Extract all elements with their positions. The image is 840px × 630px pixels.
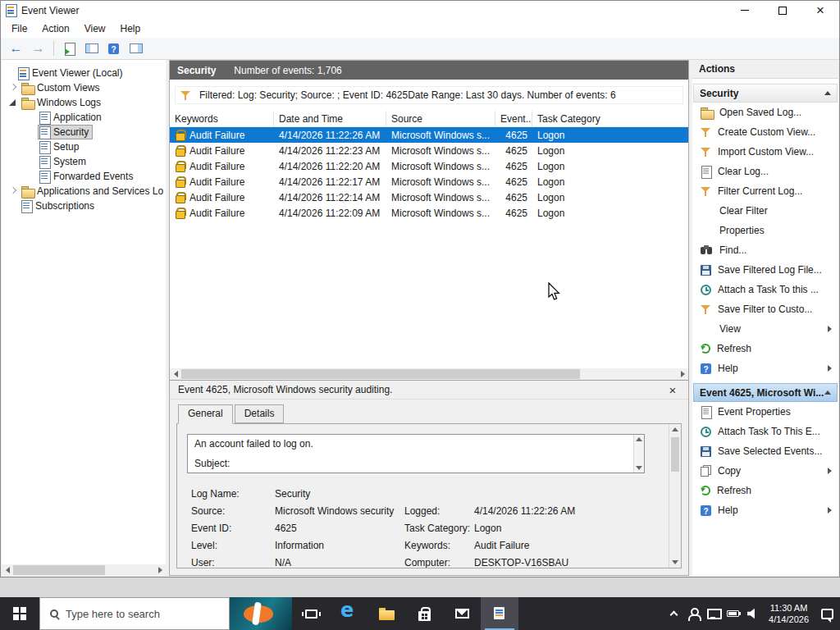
tree-horizontal-scrollbar[interactable]: [2, 564, 166, 576]
hidden-icons-button[interactable]: [664, 597, 683, 630]
column-header-source[interactable]: Source: [386, 111, 495, 126]
show-console-tree-button[interactable]: [81, 39, 102, 58]
scroll-thumb[interactable]: [671, 437, 679, 472]
toolbar-help-button[interactable]: [103, 39, 124, 58]
close-button[interactable]: [801, 1, 839, 20]
battery-tray-button[interactable]: [723, 597, 742, 630]
event-row[interactable]: Audit Failure4/14/2026 11:22:20 AMMicros…: [170, 158, 688, 174]
tab-details[interactable]: Details: [235, 404, 285, 423]
action-attach-a-task-to-this[interactable]: Attach a Task To this ...: [693, 280, 838, 299]
tree-item-security[interactable]: Security: [2, 125, 166, 139]
network-tray-button[interactable]: [703, 597, 723, 630]
taskbar-clock[interactable]: 11:30 AM 4/14/2026: [769, 602, 809, 625]
scroll-track[interactable]: [13, 564, 154, 576]
action-save-selected-events[interactable]: Save Selected Events...: [693, 441, 838, 461]
action-help[interactable]: Help: [693, 500, 838, 520]
start-button[interactable]: [0, 597, 39, 630]
tree-item-subscriptions[interactable]: Subscriptions: [2, 199, 166, 213]
column-header-event[interactable]: Event...: [495, 111, 532, 126]
taskbar-app-store[interactable]: [405, 597, 443, 630]
action-center-button[interactable]: [817, 597, 837, 630]
menu-view[interactable]: View: [77, 20, 113, 38]
detail-vertical-scrollbar[interactable]: [669, 424, 681, 568]
action-view[interactable]: View: [693, 319, 838, 339]
export-list-button[interactable]: [59, 39, 80, 58]
action-open-saved-log[interactable]: Open Saved Log...: [693, 103, 838, 122]
action-event-properties[interactable]: Event Properties: [693, 402, 838, 422]
action-filter-current-log[interactable]: Filter Current Log...: [693, 181, 838, 201]
show-action-pane-button[interactable]: [126, 39, 146, 58]
tree-item-applications-and-services-lo[interactable]: Applications and Services Lo: [2, 184, 166, 199]
column-header-date-and-time[interactable]: Date and Time: [274, 111, 386, 126]
scroll-up-arrow[interactable]: [672, 427, 678, 431]
tree-item-setup[interactable]: Setup: [2, 139, 166, 154]
action-copy[interactable]: Copy: [693, 461, 838, 481]
menu-help[interactable]: Help: [113, 20, 148, 38]
taskbar-app-mail[interactable]: [443, 597, 481, 630]
minimize-button[interactable]: [726, 1, 764, 20]
column-header-task-category[interactable]: Task Category: [532, 111, 688, 126]
action-clear-log[interactable]: Clear Log...: [693, 162, 838, 181]
chevron-expanded-icon[interactable]: [7, 96, 20, 109]
action-save-filtered-log-file[interactable]: Save Filtered Log File...: [693, 260, 838, 280]
search-highlights-image[interactable]: [230, 597, 292, 630]
scroll-up-arrow[interactable]: [636, 437, 642, 441]
action-refresh[interactable]: Refresh: [693, 481, 838, 500]
action-create-custom-view[interactable]: Create Custom View...: [693, 122, 838, 142]
scroll-thumb[interactable]: [13, 565, 105, 575]
scroll-left-arrow[interactable]: [170, 368, 181, 380]
action-clear-filter[interactable]: Clear Filter: [693, 201, 838, 221]
tree-item-windows-logs[interactable]: Windows Logs: [2, 95, 166, 110]
taskbar-app-file-explorer[interactable]: [368, 597, 405, 630]
tab-general[interactable]: General: [178, 404, 233, 424]
scroll-left-arrow[interactable]: [2, 564, 13, 576]
chevron-collapsed-icon[interactable]: [7, 185, 20, 198]
menu-action[interactable]: Action: [34, 20, 76, 38]
action-help[interactable]: Help: [693, 358, 838, 378]
column-header-keywords[interactable]: Keywords: [170, 111, 274, 126]
event-row[interactable]: Audit Failure4/14/2026 11:22:26 AMMicros…: [170, 127, 688, 143]
people-tray-button[interactable]: [683, 597, 703, 630]
volume-tray-button[interactable]: [742, 597, 762, 630]
chevron-collapsed-icon[interactable]: [7, 81, 20, 94]
menu-file[interactable]: File: [4, 20, 34, 38]
chevron-collapsed-icon[interactable]: [7, 199, 20, 212]
action-import-custom-view[interactable]: Import Custom View...: [693, 142, 838, 162]
action-find[interactable]: Find...: [693, 240, 838, 260]
taskbar-search[interactable]: [39, 597, 230, 630]
action-section-security[interactable]: Security: [693, 84, 838, 103]
taskbar-app-edge[interactable]: [330, 597, 368, 630]
scroll-down-arrow[interactable]: [672, 560, 678, 564]
taskbar-app-task-view[interactable]: [292, 597, 330, 630]
action-save-filter-to-custo[interactable]: Save Filter to Custo...: [693, 299, 838, 319]
scroll-down-arrow[interactable]: [636, 466, 642, 470]
tree-item-custom-views[interactable]: Custom Views: [2, 80, 166, 95]
detail-close-button[interactable]: [665, 383, 680, 397]
event-row[interactable]: Audit Failure4/14/2026 11:22:14 AMMicros…: [170, 189, 688, 205]
event-row[interactable]: Audit Failure4/14/2026 11:22:23 AMMicros…: [170, 143, 688, 158]
tree-item-system[interactable]: System: [2, 154, 166, 169]
tree-item-event-viewer-local[interactable]: Event Viewer (Local): [2, 66, 166, 80]
tree-item-application[interactable]: Application: [2, 110, 166, 125]
scroll-right-arrow[interactable]: [154, 564, 166, 576]
event-row[interactable]: Audit Failure4/14/2026 11:22:17 AMMicros…: [170, 174, 688, 189]
description-scrollbar[interactable]: [633, 435, 644, 472]
search-input[interactable]: [66, 608, 205, 620]
collapse-icon[interactable]: [824, 91, 831, 95]
event-description-box[interactable]: An account failed to log on. Subject:: [187, 434, 645, 473]
scroll-right-arrow[interactable]: [677, 368, 688, 380]
back-button[interactable]: [6, 39, 26, 58]
tree-item-forwarded-events[interactable]: Forwarded Events: [2, 169, 166, 184]
taskbar-app-event-viewer[interactable]: [481, 597, 518, 630]
restore-button[interactable]: [764, 1, 801, 20]
action-properties[interactable]: Properties: [693, 221, 838, 240]
action-attach-task-to-this-e[interactable]: Attach Task To This E...: [693, 422, 838, 441]
scroll-thumb[interactable]: [181, 369, 580, 379]
event-row[interactable]: Audit Failure4/14/2026 11:22:09 AMMicros…: [170, 205, 688, 221]
action-section-event-4625-microsoft-wi[interactable]: Event 4625, Microsoft Wi...: [693, 383, 838, 402]
list-horizontal-scrollbar[interactable]: [170, 368, 688, 380]
scroll-track[interactable]: [181, 368, 677, 380]
action-refresh[interactable]: Refresh: [693, 339, 838, 358]
forward-button[interactable]: [28, 39, 48, 58]
collapse-icon[interactable]: [824, 390, 831, 395]
